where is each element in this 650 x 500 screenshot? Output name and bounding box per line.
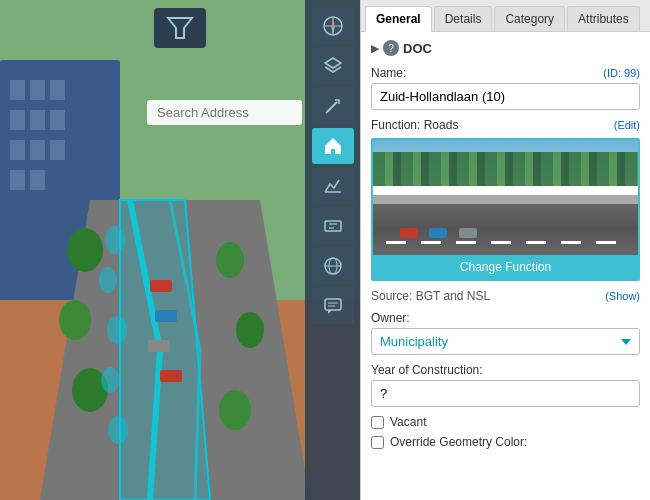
- svg-rect-11: [10, 170, 25, 190]
- owner-label: Owner:: [371, 311, 640, 325]
- year-row: Year of Construction:: [371, 363, 640, 407]
- svg-point-21: [59, 300, 91, 340]
- svg-rect-16: [150, 280, 172, 292]
- name-input[interactable]: [371, 83, 640, 110]
- name-field-row: Name: (ID: 99): [371, 66, 640, 110]
- car-2: [429, 228, 447, 238]
- svg-rect-9: [30, 140, 45, 160]
- svg-point-25: [219, 390, 251, 430]
- tab-category[interactable]: Category: [494, 6, 565, 31]
- layers-button[interactable]: [312, 48, 354, 84]
- chat-button[interactable]: [312, 288, 354, 324]
- vacant-checkbox[interactable]: [371, 416, 384, 429]
- panel: General Details Category Attributes ▶ ? …: [360, 0, 650, 500]
- svg-rect-4: [50, 80, 65, 100]
- svg-marker-51: [328, 310, 332, 314]
- source-label: Source: BGT and NSL: [371, 289, 490, 303]
- svg-point-27: [99, 267, 117, 293]
- svg-rect-12: [30, 170, 45, 190]
- svg-rect-6: [30, 110, 45, 130]
- source-row: Source: BGT and NSL (Show): [371, 289, 640, 303]
- owner-row: Owner: Municipality Province State Priva…: [371, 311, 640, 355]
- car-1: [400, 228, 418, 238]
- svg-point-20: [67, 228, 103, 272]
- svg-point-23: [216, 242, 244, 278]
- search-input[interactable]: [147, 100, 302, 125]
- svg-rect-7: [50, 110, 65, 130]
- name-label: Name:: [371, 66, 406, 80]
- override-label[interactable]: Override Geometry Color:: [390, 435, 527, 449]
- svg-point-26: [105, 226, 125, 254]
- function-row: Function: Roads (Edit): [371, 118, 640, 132]
- tab-attributes[interactable]: Attributes: [567, 6, 640, 31]
- svg-rect-18: [148, 340, 170, 352]
- toolbar-funnel-icon: [166, 14, 194, 42]
- svg-rect-48: [325, 299, 341, 310]
- road-image-container: Change Function: [371, 138, 640, 281]
- map-area: [0, 0, 360, 500]
- function-edit-link[interactable]: (Edit): [614, 119, 640, 131]
- svg-marker-31: [168, 18, 192, 38]
- search-bar: [147, 100, 302, 125]
- doc-label: DOC: [403, 41, 432, 56]
- analytics-button[interactable]: [312, 168, 354, 204]
- vacant-label[interactable]: Vacant: [390, 415, 426, 429]
- tag-button[interactable]: [312, 208, 354, 244]
- globe-button[interactable]: [312, 248, 354, 284]
- svg-rect-42: [325, 221, 341, 231]
- svg-point-24: [236, 312, 264, 348]
- svg-rect-3: [30, 80, 45, 100]
- name-id-link[interactable]: (ID: 99): [603, 67, 640, 79]
- svg-point-28: [107, 316, 127, 344]
- home-button[interactable]: [312, 128, 354, 164]
- source-show-link[interactable]: (Show): [605, 290, 640, 302]
- road-scene: [373, 140, 638, 255]
- map-toolbar: [154, 8, 206, 48]
- svg-line-39: [326, 110, 329, 113]
- svg-rect-19: [160, 370, 182, 382]
- override-checkbox[interactable]: [371, 436, 384, 449]
- override-geometry-row: Override Geometry Color:: [371, 435, 640, 449]
- svg-rect-10: [50, 140, 65, 160]
- svg-marker-37: [325, 58, 341, 68]
- svg-rect-17: [155, 310, 177, 322]
- doc-help-icon[interactable]: ?: [383, 40, 399, 56]
- tab-general[interactable]: General: [365, 6, 432, 32]
- car-3: [459, 228, 477, 238]
- svg-point-29: [101, 367, 119, 393]
- right-toolbar: [305, 0, 360, 500]
- compass-button[interactable]: [312, 8, 354, 44]
- svg-rect-8: [10, 140, 25, 160]
- year-label: Year of Construction:: [371, 363, 640, 377]
- doc-header: ▶ ? DOC: [371, 40, 640, 56]
- svg-marker-40: [325, 138, 341, 154]
- edit-button[interactable]: [312, 88, 354, 124]
- year-input[interactable]: [371, 380, 640, 407]
- change-function-button[interactable]: Change Function: [373, 255, 638, 279]
- panel-content: ▶ ? DOC Name: (ID: 99) Function: Roads (…: [361, 32, 650, 500]
- doc-expand-arrow[interactable]: ▶: [371, 42, 379, 55]
- owner-select[interactable]: Municipality Province State Private: [371, 328, 640, 355]
- tab-details[interactable]: Details: [434, 6, 493, 31]
- svg-rect-2: [10, 80, 25, 100]
- function-label: Function: Roads: [371, 118, 458, 132]
- tabs: General Details Category Attributes: [361, 0, 650, 32]
- svg-rect-5: [10, 110, 25, 130]
- vacant-row: Vacant: [371, 415, 640, 429]
- svg-point-30: [108, 416, 128, 444]
